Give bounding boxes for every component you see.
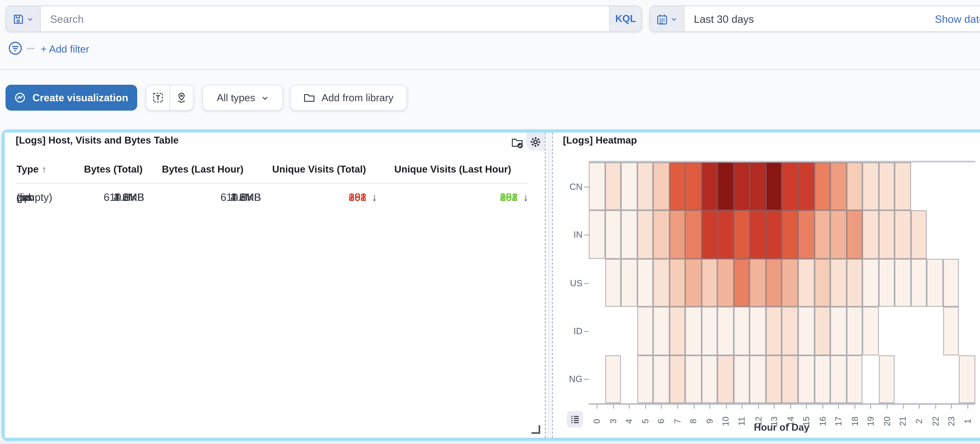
heatmap-cell[interactable] bbox=[766, 355, 782, 403]
heatmap-cell[interactable] bbox=[830, 211, 846, 259]
heatmap-cell[interactable] bbox=[653, 355, 669, 403]
heatmap-cell[interactable] bbox=[959, 355, 975, 403]
heatmap-cell[interactable] bbox=[750, 259, 766, 307]
heatmap-cell[interactable] bbox=[782, 307, 798, 355]
add-from-library-button[interactable]: Add from library bbox=[290, 85, 407, 110]
heatmap-cell[interactable] bbox=[653, 259, 669, 307]
create-visualization-button[interactable]: Create visualization bbox=[5, 85, 137, 110]
column-header-bytes-last-hour[interactable]: Bytes (Last Hour) bbox=[144, 164, 261, 175]
heatmap-cell[interactable] bbox=[943, 307, 959, 355]
show-dates-link[interactable]: Show dates bbox=[935, 6, 980, 31]
heatmap-cell[interactable] bbox=[605, 211, 621, 259]
heatmap-cell[interactable] bbox=[750, 162, 766, 211]
heatmap-cell[interactable] bbox=[766, 307, 782, 355]
heatmap-cell[interactable] bbox=[653, 162, 669, 211]
heatmap-cell[interactable] bbox=[846, 162, 862, 211]
add-text-button[interactable] bbox=[146, 85, 169, 110]
heatmap-cell[interactable] bbox=[927, 259, 943, 307]
heatmap-cell[interactable] bbox=[750, 307, 766, 355]
heatmap-cell[interactable] bbox=[589, 162, 605, 211]
panel-title[interactable]: [Logs] Heatmap bbox=[563, 135, 637, 146]
heatmap-cell[interactable] bbox=[589, 211, 605, 259]
heatmap-cell[interactable] bbox=[879, 355, 895, 403]
heatmap-cell[interactable] bbox=[653, 211, 669, 259]
heatmap-cell[interactable] bbox=[718, 162, 733, 211]
heatmap-cell[interactable] bbox=[669, 355, 686, 403]
heatmap-cell[interactable] bbox=[733, 355, 750, 403]
heatmap-cell[interactable] bbox=[895, 259, 911, 307]
heatmap-cell[interactable] bbox=[846, 307, 862, 355]
panel-title[interactable]: [Logs] Host, Visits and Bytes Table bbox=[16, 135, 179, 146]
heatmap-cell[interactable] bbox=[798, 211, 814, 259]
panel-settings-button[interactable] bbox=[526, 133, 545, 151]
heatmap-cell[interactable] bbox=[766, 162, 782, 211]
all-types-dropdown[interactable]: All types bbox=[202, 85, 283, 110]
heatmap-cell[interactable] bbox=[846, 355, 862, 403]
heatmap-cell[interactable] bbox=[686, 211, 702, 259]
save-to-library-button[interactable] bbox=[511, 136, 524, 152]
time-range-value[interactable]: Last 30 days bbox=[684, 6, 935, 31]
column-header-type[interactable]: Type ↑ bbox=[16, 164, 82, 175]
heatmap-cell[interactable] bbox=[782, 211, 798, 259]
heatmap-cell[interactable] bbox=[895, 162, 911, 211]
heatmap-cell[interactable] bbox=[718, 307, 733, 355]
kql-button[interactable]: KQL bbox=[609, 6, 641, 31]
heatmap-cell[interactable] bbox=[814, 211, 830, 259]
heatmap-cell[interactable] bbox=[702, 162, 718, 211]
heatmap-cell[interactable] bbox=[750, 211, 766, 259]
heatmap-cell[interactable] bbox=[750, 355, 766, 403]
heatmap-cell[interactable] bbox=[669, 259, 686, 307]
heatmap-cell[interactable] bbox=[686, 259, 702, 307]
heatmap-cell[interactable] bbox=[830, 307, 846, 355]
heatmap-cell[interactable] bbox=[653, 307, 669, 355]
heatmap-cell[interactable] bbox=[669, 211, 686, 259]
heatmap-cell[interactable] bbox=[782, 162, 798, 211]
heatmap-cell[interactable] bbox=[798, 307, 814, 355]
legend-toggle-button[interactable] bbox=[567, 411, 583, 428]
heatmap-cell[interactable] bbox=[782, 355, 798, 403]
heatmap-cell[interactable] bbox=[830, 162, 846, 211]
heatmap-cell[interactable] bbox=[879, 162, 895, 211]
heatmap-cell[interactable] bbox=[637, 211, 653, 259]
panel-resize-handle[interactable] bbox=[531, 425, 540, 434]
heatmap-cell[interactable] bbox=[830, 355, 846, 403]
heatmap-cell[interactable] bbox=[895, 211, 911, 259]
heatmap-cell[interactable] bbox=[879, 211, 895, 259]
heatmap-cell[interactable] bbox=[686, 307, 702, 355]
heatmap-cell[interactable] bbox=[733, 259, 750, 307]
heatmap-cell[interactable] bbox=[637, 307, 653, 355]
heatmap-cell[interactable] bbox=[605, 355, 621, 403]
heatmap-cell[interactable] bbox=[702, 211, 718, 259]
heatmap-cell[interactable] bbox=[862, 162, 879, 211]
column-header-unique-visits-last-hour[interactable]: Unique Visits (Last Hour) bbox=[377, 164, 528, 175]
heatmap-cell[interactable] bbox=[814, 162, 830, 211]
heatmap-cell[interactable] bbox=[846, 259, 862, 307]
heatmap-cell[interactable] bbox=[718, 259, 733, 307]
search-input[interactable] bbox=[41, 6, 609, 31]
heatmap-cell[interactable] bbox=[718, 355, 733, 403]
heatmap-cell[interactable] bbox=[814, 355, 830, 403]
heatmap-cell[interactable] bbox=[686, 355, 702, 403]
heatmap-cell[interactable] bbox=[686, 162, 702, 211]
heatmap-cell[interactable] bbox=[669, 162, 686, 211]
heatmap-cell[interactable] bbox=[766, 211, 782, 259]
heatmap-cell[interactable] bbox=[637, 355, 653, 403]
heatmap-cell[interactable] bbox=[798, 259, 814, 307]
heatmap-cell[interactable] bbox=[621, 211, 637, 259]
heatmap-cell[interactable] bbox=[702, 307, 718, 355]
heatmap-cell[interactable] bbox=[733, 211, 750, 259]
heatmap-cell[interactable] bbox=[669, 307, 686, 355]
heatmap-cell[interactable] bbox=[862, 259, 879, 307]
column-header-unique-visits-total[interactable]: Unique Visits (Total) bbox=[261, 164, 377, 175]
heatmap-cell[interactable] bbox=[621, 259, 637, 307]
saved-query-menu-button[interactable] bbox=[6, 6, 41, 31]
heatmap-cell[interactable] bbox=[605, 162, 621, 211]
heatmap-cell[interactable] bbox=[846, 211, 862, 259]
heatmap-cell[interactable] bbox=[637, 259, 653, 307]
heatmap-cell[interactable] bbox=[766, 259, 782, 307]
column-header-bytes-total[interactable]: Bytes (Total) bbox=[82, 164, 144, 175]
heatmap-cell[interactable] bbox=[814, 259, 830, 307]
date-quick-menu-button[interactable] bbox=[650, 6, 684, 31]
heatmap-cell[interactable] bbox=[911, 259, 927, 307]
heatmap-cell[interactable] bbox=[637, 162, 653, 211]
